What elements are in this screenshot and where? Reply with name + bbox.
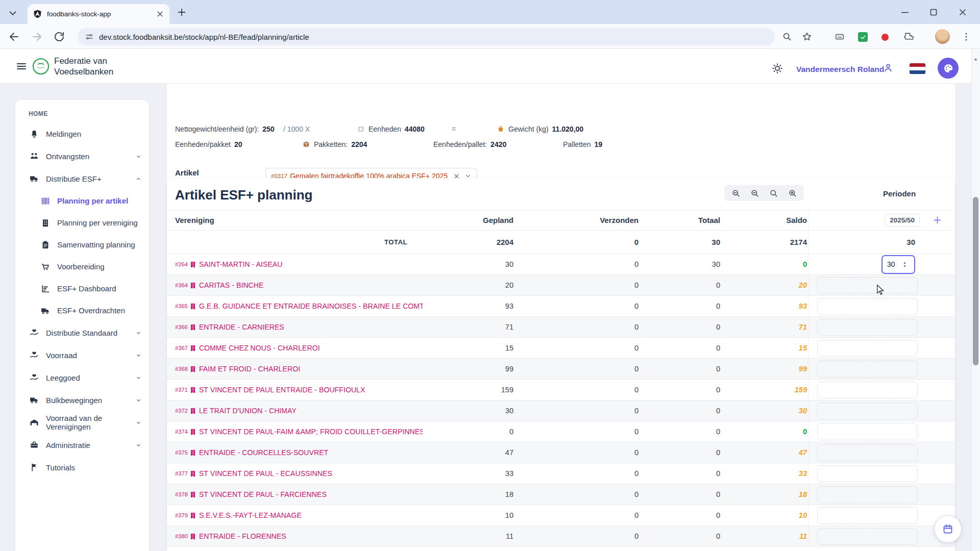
vereniging-link[interactable]: #264SAINT-MARTIN - AISEAU [167, 260, 423, 268]
period-input[interactable] [883, 260, 902, 268]
period-input[interactable] [817, 277, 918, 294]
extensions-puzzle-icon[interactable] [904, 31, 915, 42]
site-info-icon[interactable] [85, 32, 94, 41]
angular-favicon-icon [33, 9, 42, 19]
stat-eenheden-pakket: Eenheden/pakket20 [175, 140, 242, 148]
sidebar-item-distributie-esf-[interactable]: Distributie ESF+ [15, 167, 149, 190]
vereniging-link[interactable]: #379S.E.V.E.S.-FAYT-LEZ-MANAGE [167, 511, 423, 519]
scroll-up-icon[interactable] [972, 56, 979, 63]
period-input[interactable] [817, 319, 918, 336]
totaal-value: 0 [640, 511, 721, 519]
table-row: #377ST VINCENT DE PAUL - ECAUSSINNES3300… [167, 463, 955, 484]
language-flag-icon[interactable] [910, 63, 925, 74]
vereniging-link[interactable]: #374ST VINCENT DE PAUL-FAIM &AMP; FROID … [167, 428, 423, 436]
spinner-arrows-icon[interactable]: ▲▼ [903, 261, 906, 268]
palette-button[interactable] [938, 58, 959, 79]
vereniging-link[interactable]: #367COMME CHEZ NOUS - CHARLEROI [167, 344, 423, 352]
vereniging-id: #368 [175, 366, 188, 372]
extension-record-icon[interactable] [881, 34, 889, 41]
truck-icon [29, 395, 39, 405]
vereniging-link[interactable]: #378ST VINCENT DE PAUL - FARCIENNES [167, 490, 423, 498]
user-menu[interactable]: Vandermeersch Roland [796, 65, 884, 74]
period-input[interactable] [817, 361, 918, 378]
vereniging-link[interactable]: #366ENTRAIDE - CARNIERES [167, 323, 423, 331]
period-chip[interactable]: 2025/50 [885, 214, 920, 227]
window-maximize-icon[interactable] [927, 6, 940, 18]
period-input-focused[interactable]: ▲▼ [881, 255, 915, 274]
window-minimize-icon[interactable] [899, 6, 911, 18]
window-close-icon[interactable] [957, 6, 969, 18]
sidebar-item-voorbereiding[interactable]: Voorbereiding [15, 256, 149, 278]
zoom-out-icon[interactable] [750, 188, 760, 198]
browser-menu-icon[interactable] [961, 31, 972, 42]
vereniging-link[interactable]: #371ST VINCENT DE PAUL ENTRAIDE - BOUFFI… [167, 386, 423, 394]
back-icon[interactable] [8, 31, 20, 43]
vereniging-link[interactable]: #365G.E.B. GUIDANCE ET ENTRAIDE BRAINOIS… [167, 302, 423, 310]
bookmark-star-icon[interactable] [801, 31, 813, 42]
totaal-value: 0 [640, 302, 721, 310]
forward-icon[interactable] [31, 31, 43, 43]
period-input[interactable] [817, 298, 918, 315]
page-scrollbar[interactable] [971, 49, 980, 551]
lens-search-icon[interactable] [781, 31, 793, 42]
new-tab-icon[interactable] [176, 7, 187, 18]
sidebar-item-bulkbewegingen[interactable]: Bulkbewegingen [15, 389, 149, 411]
sidebar-item-tutorials[interactable]: Tutorials [15, 456, 149, 479]
sidebar-item-planning-per-vereniging[interactable]: Planning per vereniging [15, 212, 149, 234]
browser-tab[interactable]: foodbanks-stock-app [28, 4, 169, 24]
period-input[interactable] [817, 403, 918, 419]
period-input[interactable] [817, 444, 918, 461]
sidebar-item-planning-per-artikel[interactable]: Planning per artikel [15, 190, 149, 212]
period-input[interactable] [817, 423, 918, 440]
sidebar-item-leeggoed[interactable]: Leeggoed [15, 366, 149, 389]
vereniging-link[interactable]: #377ST VINCENT DE PAUL - ECAUSSINNES [167, 469, 423, 478]
sidebar-item-ontvangsten[interactable]: Ontvangsten [15, 145, 149, 167]
people-icon [29, 151, 39, 161]
period-input[interactable] [817, 382, 918, 398]
add-period-icon[interactable] [933, 215, 942, 225]
sidebar-section-label: HOME [15, 107, 149, 122]
vereniging-link[interactable]: #375ENTRAIDE - COURCELLES-SOUVRET [167, 448, 423, 457]
sidebar-item-distributie-standaard[interactable]: Distributie Standaard [15, 321, 149, 344]
sidebar-item-esf-overdrachten[interactable]: ESF+ Overdrachten [15, 299, 149, 321]
sidebar-item-esf-dashboard[interactable]: ESF+ Dashboard [15, 278, 149, 299]
verzonden-value: 0 [514, 511, 640, 519]
table-row: #365G.E.B. GUIDANCE ET ENTRAIDE BRAINOIS… [167, 296, 955, 317]
reload-icon[interactable] [53, 31, 65, 43]
saldo-value: 11 [721, 532, 808, 540]
extension-check-icon[interactable] [858, 32, 868, 42]
zoom-out-icon[interactable] [731, 188, 741, 198]
period-input[interactable] [817, 486, 918, 503]
vereniging-link[interactable]: #372LE TRAIT D'UNION - CHIMAY [167, 407, 423, 415]
saldo-value: 71 [721, 323, 808, 331]
period-input[interactable] [817, 507, 918, 524]
scrollbar-thumb[interactable] [973, 197, 978, 365]
sidebar-item-administratie[interactable]: Administratie [15, 434, 149, 456]
vereniging-link[interactable]: #364CARITAS - BINCHE [167, 281, 423, 289]
zoom-in-icon[interactable] [788, 188, 798, 198]
tab-search-icon[interactable] [7, 8, 18, 19]
extension-monitor-icon[interactable] [834, 31, 845, 42]
period-input[interactable] [817, 528, 918, 545]
theme-sun-icon[interactable] [771, 62, 783, 74]
hamburger-menu-icon[interactable] [15, 61, 28, 72]
sidebar-item-meldingen[interactable]: Meldingen [15, 122, 149, 145]
org-logo[interactable] [32, 57, 50, 76]
period-calendar-button[interactable] [934, 515, 962, 543]
sidebar-item-samenvatting-planning[interactable]: Samenvatting planning [15, 234, 149, 256]
period-input[interactable] [817, 340, 918, 357]
address-bar[interactable]: dev.stock.foodbanksit.be/stock/app/nl-BE… [78, 28, 775, 45]
person-icon[interactable] [883, 62, 894, 73]
profile-avatar[interactable] [935, 29, 950, 44]
sidebar-item-voorraad[interactable]: Voorraad [15, 344, 149, 366]
vereniging-link[interactable]: #368FAIM ET FROID - CHARLEROI [167, 365, 423, 373]
hand-heart-icon [29, 350, 39, 360]
search-icon[interactable] [769, 188, 779, 198]
totaal-value: 0 [640, 407, 721, 415]
sidebar-item-voorraad-van-de-verenigingen[interactable]: Voorraad van de Verenigingen [15, 411, 149, 434]
tab-close-icon[interactable] [156, 10, 164, 18]
period-input[interactable] [817, 465, 918, 482]
vereniging-link[interactable]: #380ENTRAIDE - FLORENNES [167, 532, 423, 540]
table-row: #378ST VINCENT DE PAUL - FARCIENNES18001… [167, 484, 955, 505]
sidebar-item-label: Bulkbewegingen [46, 396, 135, 405]
